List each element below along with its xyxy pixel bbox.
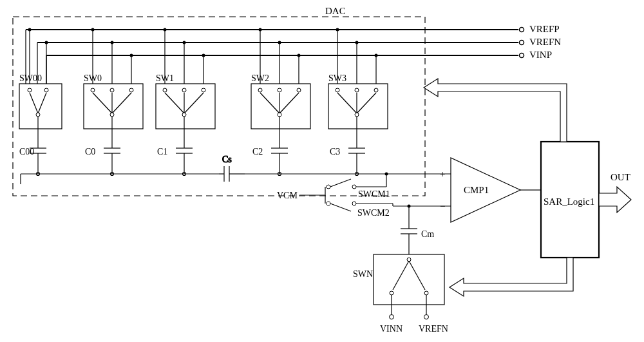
svg-point-50 xyxy=(202,54,205,57)
c1-label: C1 xyxy=(157,147,167,157)
svg-point-5 xyxy=(520,53,524,58)
svg-point-32 xyxy=(91,88,95,92)
rail-vinp xyxy=(46,53,524,58)
svg-point-95 xyxy=(355,113,359,117)
cmp1-label: CMP1 xyxy=(464,185,489,195)
svg-point-3 xyxy=(520,41,524,45)
svg-rect-133 xyxy=(374,254,444,305)
svg-line-92 xyxy=(337,93,357,113)
svg-point-122 xyxy=(385,173,388,176)
svg-point-129 xyxy=(408,205,411,208)
svg-line-17 xyxy=(30,93,38,113)
svg-point-53 xyxy=(202,88,205,92)
feedback-to-dac xyxy=(424,79,567,142)
cm-label: Cm xyxy=(421,229,434,239)
vrefn-bot-label: VREFN xyxy=(419,324,448,334)
vcm-label: VCM xyxy=(277,191,298,200)
dac-label: DAC xyxy=(325,6,346,16)
svg-point-70 xyxy=(258,88,262,92)
svg-point-86 xyxy=(355,41,359,44)
svg-point-16 xyxy=(44,88,48,92)
c3-label: C3 xyxy=(330,147,340,157)
svg-point-89 xyxy=(336,88,339,92)
svg-point-76 xyxy=(278,113,281,117)
svg-point-141 xyxy=(390,315,394,319)
c0-label: C0 xyxy=(85,147,95,157)
svg-point-38 xyxy=(110,113,114,117)
svg-point-84 xyxy=(336,28,339,32)
svg-point-19 xyxy=(36,113,40,117)
svg-line-37 xyxy=(112,93,131,113)
svg-point-138 xyxy=(424,291,428,295)
vrefp-label: VREFP xyxy=(529,24,560,34)
svg-line-75 xyxy=(279,93,299,113)
vrefn-label: VREFN xyxy=(529,37,561,47)
svg-point-51 xyxy=(163,88,167,92)
svg-point-117 xyxy=(327,185,330,189)
feedback-to-swn xyxy=(450,258,573,296)
rail-vrefp xyxy=(26,28,524,32)
svg-point-14 xyxy=(45,41,48,44)
svg-line-94 xyxy=(357,93,376,113)
svg-point-69 xyxy=(298,54,301,57)
cs-label: Cs xyxy=(222,155,232,164)
svg-point-72 xyxy=(297,88,301,92)
svg-line-135 xyxy=(393,261,409,290)
sw3-group: SW3 C3 xyxy=(328,28,388,175)
svg-point-48 xyxy=(183,41,186,44)
svg-point-137 xyxy=(390,291,393,295)
svg-point-29 xyxy=(111,41,114,44)
sar-logic: SAR_Logic1 OUT xyxy=(520,142,631,258)
svg-line-18 xyxy=(38,93,46,113)
vinp-label: VINP xyxy=(529,50,552,60)
svg-line-56 xyxy=(184,93,204,113)
svg-point-31 xyxy=(130,54,133,57)
swcm2-label: SWCM2 xyxy=(357,208,390,218)
swcm1-label: SWCM1 xyxy=(358,189,390,199)
svg-point-67 xyxy=(278,41,281,44)
svg-line-73 xyxy=(260,93,279,113)
svg-point-90 xyxy=(355,88,359,92)
svg-point-57 xyxy=(182,113,186,117)
svg-point-34 xyxy=(129,88,133,92)
svg-point-15 xyxy=(28,88,32,92)
svg-line-124 xyxy=(330,204,351,211)
out-label: OUT xyxy=(611,172,630,182)
sw00-label: SW00 xyxy=(19,73,42,83)
svg-point-123 xyxy=(327,202,330,205)
swn-label: SWN xyxy=(353,269,373,279)
svg-point-119 xyxy=(352,185,356,189)
svg-point-91 xyxy=(374,88,378,92)
swn-group: SWN VINN VREFN xyxy=(353,254,448,334)
c2-label: C2 xyxy=(252,147,263,157)
sw1-group: SW1 C1 xyxy=(156,28,215,175)
svg-point-65 xyxy=(259,28,262,32)
sar-label: SAR_Logic1 xyxy=(544,196,594,207)
svg-point-71 xyxy=(278,88,281,92)
svg-point-1 xyxy=(520,28,524,32)
svg-point-52 xyxy=(182,88,186,92)
svg-point-125 xyxy=(352,202,356,205)
svg-point-46 xyxy=(164,28,167,32)
svg-line-136 xyxy=(409,261,425,290)
svg-point-142 xyxy=(424,315,429,319)
c00-label: C00 xyxy=(19,147,34,157)
svg-point-12 xyxy=(28,28,32,32)
plus-label: + xyxy=(440,169,445,179)
sw0-group: SW0 C0 xyxy=(84,28,143,175)
sw2-group: SW2 C2 xyxy=(251,28,310,175)
svg-point-88 xyxy=(375,54,378,57)
vcm-switches: VCM SWCM1 SWCM2 xyxy=(277,173,393,218)
svg-line-54 xyxy=(165,93,184,113)
comparator: CMP1 + − xyxy=(393,158,520,222)
svg-line-35 xyxy=(93,93,112,113)
svg-point-27 xyxy=(91,28,95,32)
vinn-label: VINN xyxy=(380,324,402,334)
cm-cap: Cm xyxy=(401,205,434,255)
svg-point-33 xyxy=(110,88,114,92)
svg-line-118 xyxy=(330,179,351,187)
